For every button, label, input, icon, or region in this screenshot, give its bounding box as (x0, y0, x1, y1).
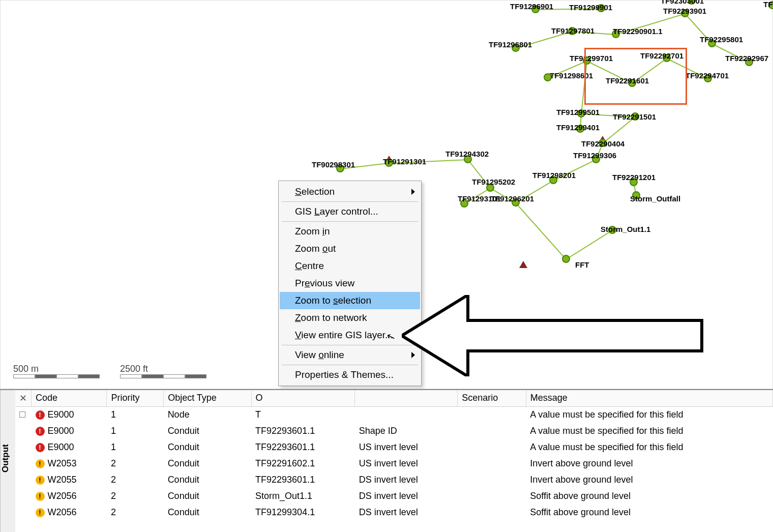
cell-object-id: T (251, 406, 355, 423)
node-label: TF92290901.1 (613, 27, 663, 36)
cell-scenario (458, 504, 526, 520)
scale-bar: 500 m 2500 ft (13, 364, 206, 378)
context-menu-item[interactable]: Selection (280, 183, 420, 200)
context-menu-item[interactable]: Centre (280, 257, 420, 275)
context-menu-item[interactable]: Zoom in (280, 223, 420, 240)
context-menu-item[interactable]: View online (280, 346, 420, 364)
validation-table[interactable]: ✕CodePriorityObject TypeOScenarioMessage… (15, 390, 773, 520)
table-row[interactable]: !W20552ConduitTF92293601.1DS invert leve… (15, 471, 773, 488)
context-menu-item[interactable]: Previous view (280, 275, 420, 292)
node-label: TF92293901 (663, 7, 706, 15)
cell-object-type: Conduit (164, 488, 251, 504)
cell-object-id: TF92291602.1 (251, 455, 355, 471)
cell-field: US invert level (355, 455, 458, 471)
scale-metric-label: 500 m (13, 364, 100, 374)
table-row[interactable]: !E90001NodeTA value must be specified fo… (15, 406, 773, 423)
cell-priority: 2 (107, 471, 164, 488)
table-row[interactable]: !E90001ConduitTF92293601.1US invert leve… (15, 439, 773, 455)
row-marker[interactable] (15, 439, 32, 455)
output-tab[interactable]: Output (0, 390, 15, 532)
row-marker[interactable] (15, 488, 32, 504)
table-row[interactable]: !E90001ConduitTF92293601.1Shape IDA valu… (15, 423, 773, 439)
scale-imperial-label: 2500 ft (120, 364, 206, 374)
node-label: TF92303001 (661, 0, 704, 5)
col-priority[interactable]: Priority (107, 390, 164, 406)
context-menu[interactable]: SelectionGIS Layer control...Zoom inZoom… (278, 181, 422, 386)
error-icon: ! (36, 410, 45, 420)
context-menu-item[interactable]: Zoom to selection (280, 292, 420, 309)
cell-code: !W2056 (32, 488, 107, 504)
node-label: TF92291501 (613, 112, 656, 121)
submenu-arrow-icon (411, 352, 415, 358)
context-menu-item[interactable]: GIS Layer control... (280, 203, 420, 220)
cell-message: A value must be specified for this field (526, 423, 772, 439)
node-label: TF91296901 (510, 2, 553, 11)
cell-object-id: TF92293601.1 (251, 439, 355, 455)
network-link[interactable] (566, 230, 612, 260)
cell-priority: 1 (107, 423, 164, 439)
node-label: Storm_Outfall (630, 194, 680, 203)
col-object-id[interactable]: O (251, 390, 355, 406)
checkbox-icon[interactable] (19, 411, 25, 418)
col-field[interactable] (355, 390, 458, 406)
cell-field: DS invert level (355, 488, 458, 504)
cell-scenario (458, 439, 526, 455)
cell-field: Shape ID (355, 423, 458, 439)
node-label: TF91296801 (489, 40, 532, 49)
cell-field: DS invert level (355, 504, 458, 520)
cell-message: Invert above ground level (526, 471, 772, 488)
error-icon: ! (36, 443, 45, 452)
row-marker[interactable] (15, 455, 32, 471)
node-label: TF91299306 (573, 151, 616, 160)
output-panel[interactable]: Output ✕CodePriorityObject TypeOScenario… (0, 389, 773, 532)
node-label: TF91296201 (491, 194, 534, 203)
node-label: FFT (575, 260, 589, 269)
cell-scenario (458, 471, 526, 488)
context-menu-item[interactable]: Properties & Themes... (280, 366, 420, 383)
error-icon: ! (36, 427, 45, 436)
cell-scenario (458, 455, 526, 471)
row-marker[interactable] (15, 406, 32, 423)
cell-object-type: Conduit (164, 471, 251, 488)
cell-priority: 2 (107, 488, 164, 504)
col-message[interactable]: Message (526, 390, 772, 406)
col-close[interactable]: ✕ (15, 390, 32, 406)
cell-message: A value must be specified for this field (526, 439, 772, 455)
row-marker[interactable] (15, 504, 32, 520)
node-label: Storm_Out1.1 (601, 225, 650, 233)
cell-code: !E9000 (32, 423, 107, 439)
table-row[interactable]: !W20562ConduitTF91299304.1DS invert leve… (15, 504, 773, 520)
node-label: TF91299501 (556, 108, 600, 116)
node-label: TF92292967 (725, 54, 768, 63)
node-label: TF92 (763, 0, 773, 9)
table-body: !E90001NodeTA value must be specified fo… (15, 406, 773, 520)
row-marker[interactable] (15, 423, 32, 439)
cell-priority: 2 (107, 504, 164, 520)
warning-icon: ! (36, 476, 45, 485)
node-label: TF92291201 (612, 173, 656, 182)
node-label: TF92294701 (686, 71, 729, 80)
network-link[interactable] (515, 202, 566, 259)
row-marker[interactable] (15, 471, 32, 488)
cell-message: Soffit above ground level (526, 488, 772, 504)
context-menu-item[interactable]: View entire GIS layer... (280, 327, 420, 344)
cell-scenario (458, 488, 526, 504)
cell-object-type: Conduit (164, 439, 251, 455)
cell-object-type: Conduit (164, 423, 251, 439)
table-row[interactable]: !W20532ConduitTF92291602.1US invert leve… (15, 455, 773, 471)
cell-object-id: TF91299304.1 (251, 504, 355, 520)
node-label: TF91299401 (556, 123, 600, 132)
col-scenario[interactable]: Scenario (458, 390, 526, 406)
cell-field: US invert level (355, 439, 458, 455)
network-node[interactable] (562, 255, 570, 263)
close-icon[interactable]: ✕ (19, 393, 27, 403)
col-code[interactable]: Code (32, 390, 107, 406)
context-menu-item[interactable]: Zoom out (280, 240, 420, 257)
cell-object-id: Storm_Out1.1 (251, 488, 355, 504)
col-object-type[interactable]: Object Type (164, 390, 251, 406)
node-label: TF91299901 (569, 3, 612, 12)
node-label: TF91294302 (445, 150, 489, 158)
cell-priority: 2 (107, 455, 164, 471)
table-row[interactable]: !W20562ConduitStorm_Out1.1DS invert leve… (15, 488, 773, 504)
context-menu-item[interactable]: Zoom to network (280, 309, 420, 327)
